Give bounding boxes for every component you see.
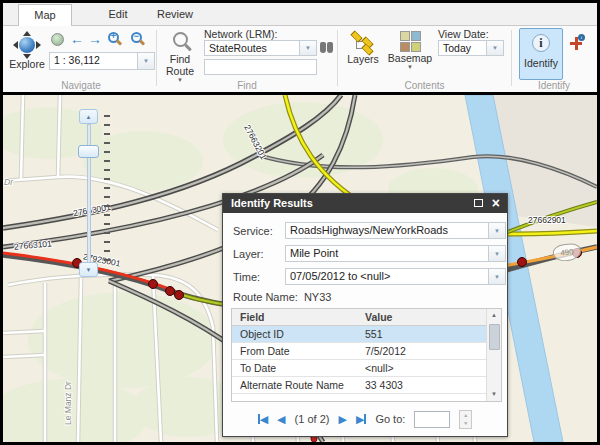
explore-button[interactable]: Explore — [9, 32, 45, 70]
view-date-label: View Date: — [438, 28, 489, 40]
ribbon: Map Edit Review Explore ← → + − — [3, 3, 597, 92]
route-label: 27662901 — [528, 215, 566, 225]
service-combobox[interactable]: RoadsHighways/NewYorkRoads ▼ — [285, 222, 506, 239]
zoom-out-icon[interactable]: − — [131, 32, 142, 43]
network-value: StateRoutes — [205, 41, 299, 55]
identify-results-dialog: Identify Results × Service: RoadsHighway… — [222, 193, 508, 437]
table-scrollbar[interactable]: ▲ ▼ — [486, 309, 501, 401]
route-name-label: Route Name: — [233, 291, 298, 303]
slider-thumb[interactable] — [78, 145, 99, 158]
zoom-in-icon[interactable]: + — [108, 32, 119, 43]
zoom-slider[interactable]: ▲ ▼ — [77, 109, 111, 277]
dropdown-arrow-icon[interactable]: ▼ — [488, 269, 505, 284]
prev-page-button[interactable]: ◀ — [277, 414, 285, 425]
service-value: RoadsHighways/NewYorkRoads — [286, 223, 488, 238]
identify-route-location-icon[interactable]: i — [569, 34, 585, 50]
caret-down-icon: ▼ — [386, 64, 434, 70]
navigate-group-label: Navigate — [7, 80, 155, 91]
basemap-icon — [400, 31, 421, 52]
time-label: Time: — [233, 271, 260, 283]
dropdown-arrow-icon[interactable]: ▼ — [137, 53, 154, 69]
close-icon[interactable]: × — [492, 194, 500, 213]
header-field: Field — [232, 309, 357, 325]
next-page-button[interactable]: ▶ — [338, 414, 346, 425]
view-date-combobox[interactable]: Today ▼ — [438, 40, 504, 56]
dialog-titlebar[interactable]: Identify Results × — [223, 194, 507, 213]
goto-label: Go to: — [375, 413, 405, 425]
identify-button[interactable]: i Identify — [519, 28, 563, 80]
table-row[interactable]: To Date<null> — [232, 360, 486, 377]
basemap-label: Basemap — [386, 52, 434, 64]
scale-value: 1 : 36,112 — [50, 53, 137, 69]
explore-label: Explore — [9, 58, 45, 70]
layers-icon — [351, 31, 375, 53]
identify-icon: i — [532, 34, 550, 52]
tab-edit[interactable]: Edit — [93, 4, 143, 26]
goto-spinner[interactable]: ▲ ▼ — [459, 410, 472, 429]
street-label: Dr — [4, 177, 13, 187]
tab-row: Map Edit Review — [3, 3, 597, 26]
contents-group-label: Contents — [341, 80, 508, 91]
goto-input[interactable] — [414, 411, 450, 428]
search-binoculars-icon[interactable] — [320, 42, 333, 53]
street-label: Le Manz Dr — [63, 381, 73, 425]
explore-icon — [14, 32, 40, 58]
layers-button[interactable]: Layers — [343, 31, 383, 65]
identify-label: Identify — [520, 57, 562, 69]
forward-extent-icon[interactable]: → — [88, 32, 102, 46]
slider-down-icon[interactable]: ▼ — [79, 262, 98, 277]
tab-review[interactable]: Review — [146, 4, 204, 26]
table-row[interactable]: From Date7/5/2012 — [232, 343, 486, 360]
layer-label: Layer: — [233, 248, 264, 260]
dropdown-arrow-icon[interactable]: ▼ — [486, 41, 503, 55]
dropdown-arrow-icon[interactable]: ▼ — [299, 41, 316, 55]
back-extent-icon[interactable]: ← — [70, 32, 84, 46]
basemap-button[interactable]: Basemap ▼ — [386, 31, 434, 70]
view-date-value: Today — [439, 41, 486, 55]
group-separator — [337, 30, 338, 86]
scale-combobox[interactable]: 1 : 36,112 ▼ — [49, 52, 155, 70]
find-route-label-2: Route — [162, 65, 198, 77]
table-row[interactable]: Object ID551 — [232, 326, 486, 343]
first-page-button[interactable]: ◀ — [258, 414, 268, 425]
layer-value: Mile Point — [286, 246, 488, 261]
spinner-up-icon: ▲ — [463, 412, 468, 418]
application-window: Map Edit Review Explore ← → + − — [0, 0, 600, 445]
network-combobox[interactable]: StateRoutes ▼ — [204, 40, 317, 56]
dropdown-arrow-icon[interactable]: ▼ — [488, 223, 505, 238]
route-name-value: NY33 — [304, 291, 332, 303]
dropdown-arrow-icon[interactable]: ▼ — [488, 246, 505, 261]
group-find: Find Route ▼ Network (LRM): StateRoutes … — [160, 26, 334, 92]
scroll-up-icon[interactable]: ▲ — [487, 309, 501, 322]
time-value: 07/05/2012 to <null> — [286, 269, 488, 284]
route-input[interactable] — [204, 59, 317, 75]
full-extent-icon[interactable] — [51, 33, 64, 46]
dialog-title: Identify Results — [231, 197, 313, 209]
layers-label: Layers — [343, 53, 383, 65]
tab-map[interactable]: Map — [18, 4, 72, 26]
scroll-down-icon[interactable]: ▼ — [487, 388, 501, 401]
service-label: Service: — [233, 225, 273, 237]
maximize-icon[interactable] — [474, 199, 483, 207]
slider-up-icon[interactable]: ▲ — [79, 109, 98, 124]
page-indicator: (1 of 2) — [295, 413, 330, 425]
group-identify: i Identify i Identify — [515, 26, 593, 92]
table-header-row: Field Value — [232, 309, 486, 326]
network-lrm-label: Network (LRM): — [204, 28, 278, 40]
spinner-down-icon: ▼ — [463, 420, 468, 426]
time-combobox[interactable]: 07/05/2012 to <null> ▼ — [285, 268, 506, 285]
slider-ticks — [104, 115, 110, 267]
scroll-thumb[interactable] — [489, 324, 500, 350]
attributes-table: Field Value Object ID551 From Date7/5/20… — [231, 308, 502, 402]
table-row[interactable]: Alternate Route Name33 4303 — [232, 377, 486, 394]
find-group-label: Find — [160, 80, 334, 91]
find-route-icon — [173, 32, 188, 47]
find-route-label-1: Find — [162, 53, 198, 65]
group-navigate: Explore ← → + − 1 : 36,112 ▼ Navigate — [7, 26, 155, 92]
group-separator — [156, 30, 157, 86]
toolbar: Explore ← → + − 1 : 36,112 ▼ Navigate Fi… — [3, 26, 597, 92]
group-separator — [511, 30, 512, 86]
find-route-button[interactable]: Find Route ▼ — [162, 30, 198, 83]
last-page-button[interactable]: ▶ — [356, 414, 366, 425]
layer-combobox[interactable]: Mile Point ▼ — [285, 245, 506, 262]
